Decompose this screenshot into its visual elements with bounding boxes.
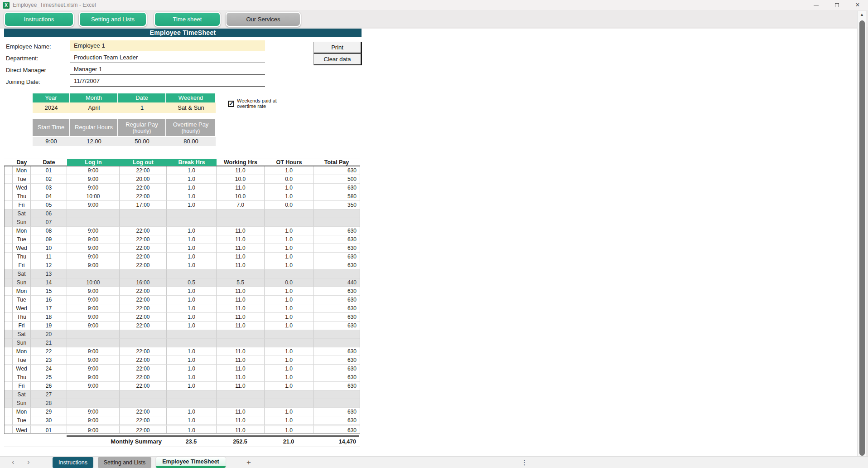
cell-break[interactable]: 1.0 <box>167 244 217 253</box>
cell-total[interactable]: 630 <box>313 253 360 261</box>
cell-working[interactable]: 11.0 <box>217 425 265 434</box>
cell-day[interactable]: Wed <box>13 365 31 373</box>
year-value[interactable]: 2024 <box>33 102 70 113</box>
cell-total[interactable]: 630 <box>313 304 360 313</box>
cell-total[interactable] <box>313 210 360 218</box>
cell-day[interactable]: Tue <box>13 175 31 184</box>
cell-day[interactable]: Sat <box>13 390 31 399</box>
cell-date[interactable]: 17 <box>31 304 67 313</box>
cell-working[interactable]: 11.0 <box>217 347 265 356</box>
regular-hours-value[interactable]: 12.00 <box>70 136 118 146</box>
cell-break[interactable]: 1.0 <box>167 253 217 261</box>
cell-working[interactable] <box>217 330 265 339</box>
chevron-right-icon[interactable]: › <box>27 458 30 467</box>
cell-out[interactable]: 22:00 <box>120 322 167 330</box>
cell-ot[interactable]: 1.0 <box>265 322 313 330</box>
cell-total[interactable]: 630 <box>313 322 360 330</box>
cell-break[interactable]: 1.0 <box>167 313 217 322</box>
triangle-up-icon[interactable]: ▲ <box>860 12 864 17</box>
cell-break[interactable] <box>167 210 217 218</box>
close-icon[interactable]: × <box>847 0 868 10</box>
cell-working[interactable]: 11.0 <box>217 408 265 416</box>
cell-working[interactable]: 11.0 <box>217 382 265 390</box>
cell-total[interactable]: 630 <box>313 365 360 373</box>
cell-total[interactable]: 580 <box>313 192 360 201</box>
cell-date[interactable]: 07 <box>31 218 67 227</box>
cell-break[interactable]: 1.0 <box>167 408 217 416</box>
cell-in[interactable]: 9:00 <box>67 416 120 425</box>
cell-out[interactable]: 17:00 <box>120 201 167 210</box>
cell-in[interactable]: 9:00 <box>67 261 120 270</box>
cell-out[interactable]: 22:00 <box>120 261 167 270</box>
cell-break[interactable] <box>167 270 217 278</box>
cell-total[interactable]: 630 <box>313 296 360 304</box>
cell-in[interactable] <box>67 339 120 347</box>
cell-in[interactable] <box>67 390 120 399</box>
cell-in[interactable]: 9:00 <box>67 373 120 382</box>
cell-break[interactable]: 1.0 <box>167 416 217 425</box>
tab-setting-and-lists[interactable]: Setting and Lists <box>98 457 151 468</box>
cell-ot[interactable]: 0.0 <box>265 201 313 210</box>
cell-day[interactable]: Sun <box>13 339 31 347</box>
department-field[interactable]: Production Team Leader <box>70 52 265 63</box>
cell-total[interactable] <box>313 339 360 347</box>
cell-out[interactable]: 20:00 <box>120 175 167 184</box>
cell-date[interactable]: 03 <box>31 184 67 192</box>
tab-instructions[interactable]: Instructions <box>53 457 93 468</box>
cell-date[interactable]: 15 <box>31 287 67 296</box>
cell-ot[interactable] <box>265 270 313 278</box>
cell-total[interactable]: 630 <box>313 408 360 416</box>
cell-ot[interactable]: 0.0 <box>265 278 313 287</box>
cell-date[interactable]: 16 <box>31 296 67 304</box>
cell-ot[interactable]: 1.0 <box>265 261 313 270</box>
cell-day[interactable]: Mon <box>13 227 31 235</box>
cell-in[interactable] <box>67 210 120 218</box>
month-value[interactable]: April <box>70 102 118 113</box>
cell-out[interactable] <box>120 210 167 218</box>
cell-total[interactable]: 630 <box>313 235 360 244</box>
cell-break[interactable]: 1.0 <box>167 425 217 434</box>
cell-total[interactable]: 630 <box>313 347 360 356</box>
print-button[interactable]: Print <box>313 42 362 54</box>
cell-in[interactable]: 9:00 <box>67 313 120 322</box>
plus-icon[interactable]: + <box>246 458 251 467</box>
cell-date[interactable]: 18 <box>31 313 67 322</box>
cell-break[interactable]: 1.0 <box>167 287 217 296</box>
cell-ot[interactable]: 1.0 <box>265 192 313 201</box>
cell-working[interactable]: 11.0 <box>217 253 265 261</box>
start-time-value[interactable]: 9:00 <box>33 136 70 146</box>
cell-out[interactable] <box>120 390 167 399</box>
cell-date[interactable]: 05 <box>31 201 67 210</box>
cell-ot[interactable]: 1.0 <box>265 184 313 192</box>
cell-out[interactable] <box>120 218 167 227</box>
cell-day[interactable]: Sun <box>13 399 31 408</box>
cell-day[interactable]: Thu <box>13 373 31 382</box>
cell-break[interactable] <box>167 330 217 339</box>
cell-date[interactable]: 26 <box>31 382 67 390</box>
cell-total[interactable]: 630 <box>313 313 360 322</box>
cell-day[interactable]: Sat <box>13 330 31 339</box>
cell-in[interactable] <box>67 399 120 408</box>
cell-ot[interactable]: 1.0 <box>265 382 313 390</box>
cell-break[interactable]: 1.0 <box>167 382 217 390</box>
cell-out[interactable]: 22:00 <box>120 425 167 434</box>
cell-break[interactable]: 1.0 <box>167 175 217 184</box>
cell-out[interactable]: 22:00 <box>120 192 167 201</box>
cell-out[interactable]: 22:00 <box>120 235 167 244</box>
cell-break[interactable]: 1.0 <box>167 304 217 313</box>
cell-break[interactable]: 1.0 <box>167 356 217 365</box>
cell-in[interactable]: 9:00 <box>67 322 120 330</box>
cell-out[interactable]: 22:00 <box>120 373 167 382</box>
cell-out[interactable]: 22:00 <box>120 408 167 416</box>
cell-working[interactable]: 11.0 <box>217 322 265 330</box>
cell-total[interactable]: 630 <box>313 244 360 253</box>
cell-total[interactable]: 630 <box>313 416 360 425</box>
cell-working[interactable]: 11.0 <box>217 235 265 244</box>
cell-out[interactable]: 22:00 <box>120 287 167 296</box>
cell-day[interactable]: Sun <box>13 218 31 227</box>
cell-break[interactable]: 1.0 <box>167 261 217 270</box>
cell-out[interactable]: 22:00 <box>120 304 167 313</box>
cell-in[interactable]: 10:00 <box>67 192 120 201</box>
weekend-overtime-checkbox[interactable] <box>228 101 234 107</box>
cell-break[interactable]: 1.0 <box>167 373 217 382</box>
